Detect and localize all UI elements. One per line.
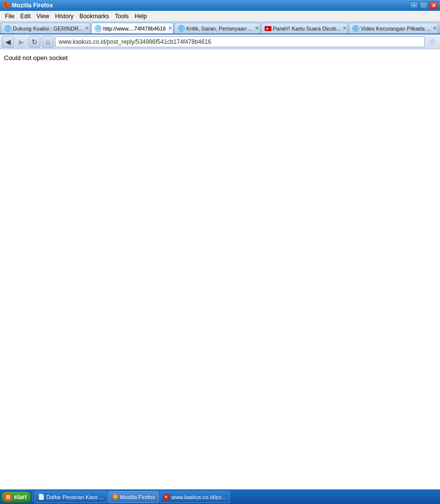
- title-bar: Mozilla Firefox – □ ✕: [0, 0, 440, 11]
- taskbar-item-2-icon: [112, 493, 119, 501]
- address-bar[interactable]: [55, 36, 425, 47]
- tab-3-icon: 🌐: [178, 25, 185, 32]
- firefox-logo-icon: [2, 1, 10, 10]
- tab-3[interactable]: 🌐 Kritik, Saran, Pertanyaan ... ✕: [174, 23, 260, 33]
- tab-1-icon: 🌐: [4, 25, 11, 32]
- menu-history[interactable]: History: [52, 12, 76, 21]
- tab-2-close[interactable]: ✕: [168, 25, 172, 32]
- tab-1[interactable]: 🌐 Dukung Koalisi : GERINDR... ✕: [1, 23, 90, 33]
- forward-button[interactable]: ▶: [15, 36, 27, 48]
- menu-tools[interactable]: Tools: [112, 12, 132, 21]
- menu-help[interactable]: Help: [132, 12, 150, 21]
- tab-4-label: Parah!! Kartu Suara Dicob...: [273, 26, 341, 32]
- start-label: start: [14, 494, 27, 501]
- tab-4[interactable]: Parah!! Kartu Suara Dicob... ✕: [261, 23, 348, 33]
- tab-2-icon: 🌐: [95, 25, 102, 32]
- taskbar-item-1-label: Daftar Pesanan Kaos ...: [46, 494, 104, 500]
- svg-point-3: [113, 495, 117, 498]
- tab-5-icon: 🌐: [352, 25, 359, 32]
- tab-5[interactable]: 🌐 Video Kecurangan Pilkada ... ✕: [349, 23, 438, 33]
- tab-4-icon: [265, 26, 271, 31]
- menu-bar: File Edit View History Bookmarks Tools H…: [0, 11, 440, 22]
- tab-1-close[interactable]: ✕: [85, 25, 89, 32]
- taskbar-item-1-icon: 📄: [38, 494, 45, 500]
- title-text: Mozilla Firefox: [12, 2, 53, 9]
- tab-4-close[interactable]: ✕: [342, 25, 347, 32]
- taskbar: ⊞ start 📄 Daftar Pesanan Kaos ... Mozill…: [0, 489, 440, 504]
- back-button[interactable]: ◀: [2, 36, 14, 48]
- tab-2[interactable]: 🌐 http://www....74f478b4616 ✕: [91, 23, 173, 33]
- taskbar-item-3-icon: K: [163, 494, 170, 501]
- menu-edit[interactable]: Edit: [17, 12, 34, 21]
- menu-bookmarks[interactable]: Bookmarks: [76, 12, 112, 21]
- close-button[interactable]: ✕: [429, 1, 438, 9]
- minimize-button[interactable]: –: [409, 1, 418, 9]
- tab-2-label: http://www....74f478b4616: [103, 26, 166, 32]
- bookmark-star[interactable]: ☆: [426, 36, 438, 48]
- tab-3-close[interactable]: ✕: [255, 25, 259, 32]
- tab-5-close[interactable]: ✕: [433, 25, 437, 32]
- taskbar-item-3[interactable]: K www.kaskus.co.id/po...: [160, 491, 230, 503]
- taskbar-item-2-label: Mozilla Firefox: [120, 494, 155, 500]
- taskbar-divider-1: [33, 492, 33, 502]
- tab-bar: 🌐 Dukung Koalisi : GERINDR... ✕ 🌐 http:/…: [0, 22, 440, 34]
- tab-3-label: Kritik, Saran, Pertanyaan ...: [186, 26, 253, 32]
- tab-5-label: Video Kecurangan Pilkada ...: [361, 26, 431, 32]
- error-message: Could not open socket: [4, 54, 68, 62]
- menu-file[interactable]: File: [2, 12, 17, 21]
- windows-logo-icon: ⊞: [3, 493, 12, 502]
- tab-1-label: Dukung Koalisi : GERINDR...: [13, 26, 83, 32]
- home-button[interactable]: ⌂: [42, 36, 54, 48]
- taskbar-item-1[interactable]: 📄 Daftar Pesanan Kaos ...: [34, 491, 107, 503]
- menu-view[interactable]: View: [34, 12, 52, 21]
- nav-bar: ◀ ▶ ↻ ⌂ ☆: [0, 34, 440, 49]
- maximize-button[interactable]: □: [419, 1, 428, 9]
- start-button[interactable]: ⊞ start: [1, 491, 31, 503]
- taskbar-item-2[interactable]: Mozilla Firefox: [108, 491, 159, 503]
- content-area: Could not open socket: [0, 49, 440, 453]
- taskbar-item-3-label: www.kaskus.co.id/po...: [171, 494, 226, 500]
- window-controls: – □ ✕: [409, 1, 438, 9]
- reload-button[interactable]: ↻: [29, 36, 40, 48]
